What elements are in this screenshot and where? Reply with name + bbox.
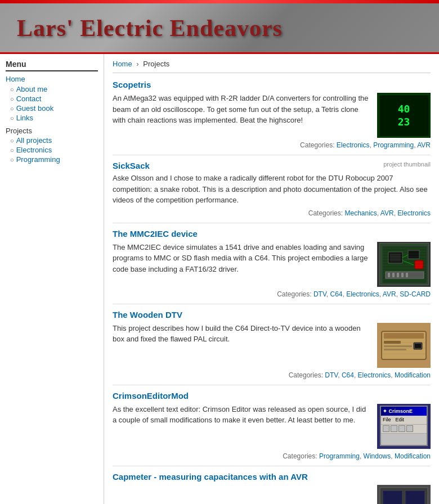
- crimson-title-text: ✦ CrimsonE: [383, 408, 425, 414]
- svg-line-13: [402, 260, 414, 265]
- svg-rect-10: [406, 273, 408, 277]
- bullet-icon: ○: [10, 86, 14, 93]
- project-title-mmc2iec[interactable]: The MMC2IEC device: [113, 229, 198, 238]
- project-description-scopetris: An AtMega32 was equipped with R-2R ladde…: [113, 93, 370, 138]
- crimson-menu-file: File: [383, 417, 391, 422]
- category-c64[interactable]: C64: [330, 290, 342, 298]
- sicksack-thumb-placeholder: project thumbnail: [383, 161, 431, 168]
- category-programming[interactable]: Programming: [373, 141, 414, 149]
- sidebar: Menu Home ○ About me ○ Contact ○ Guest b…: [0, 54, 104, 504]
- crimson-titlebar: ✦ CrimsonE: [381, 407, 427, 416]
- svg-rect-2: [388, 252, 402, 263]
- category-sdcard[interactable]: SD-CARD: [400, 290, 431, 298]
- scopetris-numbers: 4023: [398, 102, 410, 129]
- svg-rect-7: [392, 273, 395, 277]
- project-title-capmeter[interactable]: Capmeter - measuring capacitances with a…: [113, 472, 308, 482]
- project-sicksack: SickSack project thumbnail Aske Olsson a…: [113, 161, 431, 223]
- sidebar-projects-label: Projects: [6, 127, 98, 135]
- sidebar-item-home[interactable]: Home: [6, 75, 98, 83]
- header: Lars' Electric Endeavors: [0, 3, 439, 54]
- sidebar-link-electronics[interactable]: Electronics: [16, 146, 52, 154]
- category-modification[interactable]: Modification: [395, 371, 431, 379]
- category-dtv[interactable]: DTV: [325, 371, 338, 379]
- bullet-icon: ○: [10, 156, 14, 163]
- project-categories-mmc2iec: Categories: DTV, C64, Electronics, AVR, …: [113, 290, 431, 298]
- crimson-icon-1: [383, 425, 389, 432]
- svg-rect-19: [384, 349, 406, 350]
- project-image-scopetris: 4023: [377, 93, 431, 138]
- sidebar-link-all-projects[interactable]: All projects: [16, 136, 52, 145]
- project-description-crimson: As the excellent text editor: Crimson Ed…: [113, 404, 370, 449]
- project-mmc2iec: The MMC2IEC device The MMC2IEC device si…: [113, 229, 431, 304]
- breadcrumb-home[interactable]: Home: [113, 60, 132, 68]
- svg-rect-11: [415, 260, 423, 269]
- category-avr[interactable]: AVR: [380, 209, 394, 217]
- category-avr[interactable]: AVR: [417, 141, 431, 149]
- sidebar-item-about[interactable]: ○ About me: [10, 85, 98, 93]
- svg-rect-0: [380, 244, 429, 285]
- project-description-sicksack: Aske Olsson and I chose to make a radica…: [113, 173, 431, 206]
- svg-rect-6: [388, 273, 390, 277]
- project-image-wooden-dtv: [377, 323, 431, 368]
- svg-rect-29: [405, 490, 425, 505]
- sidebar-item-links[interactable]: ○ Links: [10, 114, 98, 122]
- category-programming[interactable]: Programming: [319, 452, 360, 460]
- svg-line-12: [402, 255, 408, 258]
- svg-rect-21: [415, 344, 421, 348]
- sidebar-link-links[interactable]: Links: [16, 114, 33, 122]
- project-categories-sicksack: Categories: Mechanics, AVR, Electronics: [113, 209, 431, 217]
- svg-rect-3: [390, 254, 401, 262]
- crimson-editor-window: ✦ CrimsonE File Edit: [380, 406, 428, 446]
- sidebar-item-guestbook[interactable]: ○ Guest book: [10, 104, 98, 112]
- bullet-icon: ○: [10, 96, 14, 102]
- crimson-menu-edit: Edit: [396, 417, 405, 422]
- breadcrumb-separator: ›: [136, 60, 138, 68]
- project-title-wooden-dtv[interactable]: The Wooden DTV: [113, 310, 182, 320]
- sidebar-item-electronics[interactable]: ○ Electronics: [10, 146, 98, 154]
- category-dtv[interactable]: DTV: [313, 290, 326, 298]
- category-c64[interactable]: C64: [342, 371, 354, 379]
- sidebar-link-programming[interactable]: Programming: [16, 155, 60, 164]
- project-image-crimson: ✦ CrimsonE File Edit: [377, 404, 431, 449]
- mmc2iec-board: [379, 243, 429, 285]
- category-avr[interactable]: AVR: [383, 290, 396, 298]
- crimson-icon-3: [398, 425, 405, 432]
- crimson-icon-2: [391, 425, 397, 432]
- project-title-crimson[interactable]: CrimsonEditorMod: [113, 391, 189, 400]
- sidebar-link-guestbook[interactable]: Guest book: [16, 104, 54, 112]
- sidebar-item-all-projects[interactable]: ○ All projects: [10, 136, 98, 145]
- category-electronics[interactable]: Electronics: [397, 209, 431, 217]
- svg-rect-4: [408, 250, 419, 259]
- sidebar-link-contact[interactable]: Contact: [16, 94, 42, 103]
- crimson-icon-4: [406, 425, 413, 432]
- scopetris-screen: 4023: [379, 94, 429, 137]
- project-title-scopetris[interactable]: Scopetris: [113, 80, 151, 89]
- category-electronics[interactable]: Electronics: [337, 141, 370, 149]
- sidebar-item-contact[interactable]: ○ Contact: [10, 94, 98, 103]
- project-capmeter: Capmeter - measuring capacitances with a…: [113, 472, 431, 505]
- category-mechanics[interactable]: Mechanics: [344, 209, 377, 217]
- category-electronics[interactable]: Electronics: [358, 371, 391, 379]
- project-image-mmc2iec: [377, 242, 431, 287]
- svg-rect-18: [384, 345, 412, 347]
- sidebar-link-about[interactable]: About me: [16, 85, 48, 93]
- project-wooden-dtv: The Wooden DTV This project describes ho…: [113, 310, 431, 385]
- bullet-icon: ○: [10, 137, 14, 144]
- svg-rect-9: [401, 273, 404, 277]
- project-categories-crimson: Categories: Programming, Windows, Modifi…: [113, 452, 431, 460]
- project-categories-wooden-dtv: Categories: DTV, C64, Electronics, Modif…: [113, 371, 431, 379]
- bullet-icon: ○: [10, 105, 14, 112]
- crimson-menu: File Edit: [381, 416, 427, 425]
- project-scopetris: Scopetris An AtMega32 was equipped with …: [113, 80, 431, 155]
- project-title-sicksack[interactable]: SickSack: [113, 161, 150, 170]
- bullet-icon: ○: [10, 147, 14, 154]
- svg-rect-17: [384, 341, 401, 344]
- category-windows[interactable]: Windows: [364, 452, 391, 460]
- project-image-capmeter: [377, 485, 431, 505]
- sidebar-item-programming[interactable]: ○ Programming: [10, 155, 98, 164]
- category-modification[interactable]: Modification: [395, 452, 431, 460]
- category-electronics[interactable]: Electronics: [346, 290, 379, 298]
- svg-rect-5: [386, 272, 424, 278]
- breadcrumb-current: Projects: [143, 60, 169, 68]
- site-title: Lars' Electric Endeavors: [0, 3, 439, 53]
